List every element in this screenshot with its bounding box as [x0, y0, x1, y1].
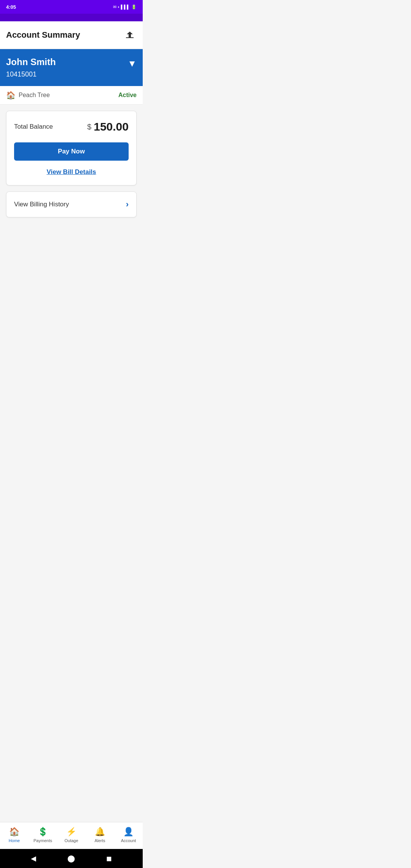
dollar-sign-icon: $	[87, 123, 91, 131]
share-button[interactable]	[123, 28, 137, 42]
balance-row: Total Balance $ 150.00	[14, 120, 129, 133]
nav-account[interactable]: 👤 Account	[114, 825, 143, 844]
alerts-nav-icon: 🔔	[95, 827, 105, 837]
home-button[interactable]: ⬤	[67, 854, 75, 863]
page-header: Account Summary	[0, 21, 143, 49]
status-icons: ✉ ▪ ▌▌▌ 🔋	[113, 5, 137, 10]
nav-outage[interactable]: ⚡ Outage	[57, 825, 86, 844]
view-bill-details-link[interactable]: View Bill Details	[14, 168, 129, 176]
purple-accent-band	[0, 14, 143, 21]
balance-label: Total Balance	[14, 123, 53, 131]
billing-history-label: View Billing History	[14, 201, 69, 208]
notification-icon: ✉	[113, 5, 116, 10]
outage-nav-label: Outage	[64, 838, 78, 843]
nav-home[interactable]: 🏠 Home	[0, 825, 29, 844]
nav-payments[interactable]: 💲 Payments	[29, 825, 57, 844]
bottom-navigation: 🏠 Home 💲 Payments ⚡ Outage 🔔 Alerts 👤 Ac…	[0, 822, 143, 849]
home-nav-label: Home	[9, 838, 20, 843]
account-status-badge: Active	[118, 92, 137, 99]
view-billing-history-button[interactable]: View Billing History ›	[6, 191, 137, 217]
nav-alerts[interactable]: 🔔 Alerts	[86, 825, 114, 844]
location-left: 🏠 Peach Tree	[6, 91, 50, 100]
payments-nav-icon: 💲	[38, 827, 48, 837]
content-spacer	[0, 223, 143, 822]
page-title: Account Summary	[6, 30, 80, 40]
account-card: John Smith 10415001 ▼	[0, 49, 143, 86]
status-bar: 4:05 ✉ ▪ ▌▌▌ 🔋	[0, 0, 143, 14]
recent-apps-button[interactable]: ◼	[106, 854, 112, 863]
pay-now-button[interactable]: Pay Now	[14, 142, 129, 161]
payments-nav-label: Payments	[33, 838, 52, 843]
home-nav-icon: 🏠	[9, 827, 19, 837]
account-nav-icon: 👤	[123, 827, 134, 837]
alerts-nav-label: Alerts	[94, 838, 105, 843]
account-number: 10415001	[6, 70, 127, 78]
balance-card: Total Balance $ 150.00 Pay Now View Bill…	[6, 111, 137, 185]
outage-nav-icon: ⚡	[66, 827, 76, 837]
balance-amount: 150.00	[94, 120, 129, 133]
home-icon: 🏠	[6, 91, 16, 100]
signal-icon: ▌▌▌	[121, 5, 130, 9]
account-name: John Smith	[6, 57, 127, 67]
svg-rect-0	[126, 37, 134, 38]
location-name: Peach Tree	[19, 92, 50, 99]
account-info: John Smith 10415001	[6, 57, 127, 78]
chevron-right-icon: ›	[126, 199, 129, 209]
wifi-icon: ▪	[118, 5, 119, 9]
status-time: 4:05	[6, 4, 16, 10]
system-navigation-bar: ◀ ⬤ ◼	[0, 849, 143, 868]
back-button[interactable]: ◀	[31, 854, 36, 863]
battery-icon: 🔋	[131, 5, 137, 10]
account-nav-label: Account	[121, 838, 136, 843]
account-dropdown-button[interactable]: ▼	[127, 58, 137, 69]
balance-amount-group: $ 150.00	[87, 120, 129, 133]
location-row: 🏠 Peach Tree Active	[0, 86, 143, 105]
